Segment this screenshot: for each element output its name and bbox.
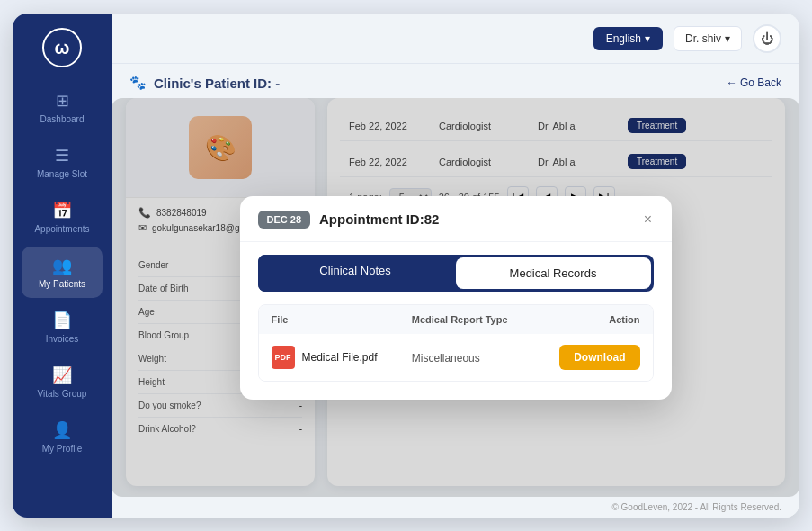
file-name: Medical File.pdf [302,351,378,364]
appointment-date-badge: DEC 28 [258,211,311,229]
chevron-down-icon: ▾ [645,32,650,45]
app-logo: ω [42,28,82,68]
modal-tabs: Clinical Notes Medical Records [258,255,654,292]
page-title-text: Clinic's Patient ID: - [154,76,280,91]
modal-header: DEC 28 Appointment ID:82 × [240,196,672,242]
sidebar-item-label: Vitals Group [38,389,87,399]
invoices-icon: 📄 [52,310,72,330]
type-column-header: Medical Report Type [412,314,543,325]
power-button[interactable]: ⏻ [753,24,781,53]
go-back-label: ← Go Back [727,76,781,89]
sidebar-item-my-patients[interactable]: 👥 My Patients [22,247,103,298]
vitals-icon: 📈 [52,365,72,385]
sidebar-item-label: My Patients [39,279,85,289]
sidebar-item-invoices[interactable]: 📄 Invoices [22,302,103,353]
tab-label: Medical Records [510,266,597,280]
sidebar-item-vitals-group[interactable]: 📈 Vitals Group [22,356,103,408]
user-menu-button[interactable]: Dr. shiv ▾ [674,26,742,51]
dashboard-icon: ⊞ [56,91,69,111]
appointment-modal: DEC 28 Appointment ID:82 × Clinical Note… [240,196,672,400]
page-header: 🐾 Clinic's Patient ID: - ← Go Back [112,64,799,98]
medical-records-table: File Medical Report Type Action PDF Medi… [258,304,654,382]
file-cell: PDF Medical File.pdf [272,346,403,369]
content-area: 🐾 Clinic's Patient ID: - ← Go Back 🎨 [112,64,799,497]
close-button[interactable]: × [638,209,659,230]
sidebar-item-label: Appointments [34,224,89,234]
user-label: Dr. shiv [685,32,721,45]
tab-label: Clinical Notes [319,264,390,277]
sidebar-item-label: My Profile [42,444,82,454]
go-back-button[interactable]: ← Go Back [727,76,781,89]
profile-icon: 👤 [52,420,72,440]
tab-clinical-notes[interactable]: Clinical Notes [258,255,453,292]
table-header: File Medical Report Type Action [259,305,653,334]
sidebar-item-label: Manage Slot [37,169,87,179]
main-area: English ▾ Dr. shiv ▾ ⏻ 🐾 Clinic's Patien… [112,14,799,518]
sidebar: ω ⊞ Dashboard ☰ Manage Slot 📅 Appointmen… [13,14,112,518]
table-row: PDF Medical File.pdf Miscellaneous Downl… [259,334,653,381]
patient-id-icon: 🐾 [129,75,147,91]
report-type-cell: Miscellaneous [412,349,543,365]
appointments-icon: 📅 [52,201,72,220]
footer-text: © GoodLeven, 2022 - All Rights Reserved. [611,502,781,512]
language-label: English [606,32,641,45]
sidebar-item-label: Dashboard [40,114,85,124]
body-area: 🎨 📞 8382848019 ✉ gokulgunasekar18@gmail.… [112,98,799,497]
my-patients-icon: 👥 [52,256,72,275]
download-button[interactable]: Download [559,345,639,370]
report-type: Miscellaneous [412,352,480,364]
chevron-down-icon: ▾ [725,32,730,45]
pdf-icon: PDF [272,346,295,369]
file-column-header: File [272,314,403,325]
action-column-header: Action [552,314,640,325]
sidebar-item-appointments[interactable]: 📅 Appointments [22,192,103,243]
modal-overlay: DEC 28 Appointment ID:82 × Clinical Note… [112,98,799,497]
app-shell: ω ⊞ Dashboard ☰ Manage Slot 📅 Appointmen… [13,14,799,518]
appointment-id-title: Appointment ID:82 [319,212,439,227]
sidebar-item-label: Invoices [46,334,79,344]
sidebar-item-manage-slot[interactable]: ☰ Manage Slot [22,137,103,188]
close-icon: × [644,212,652,228]
action-cell: Download [552,345,640,370]
footer: © GoodLeven, 2022 - All Rights Reserved. [112,497,799,518]
page-title: 🐾 Clinic's Patient ID: - [129,75,280,91]
power-icon: ⏻ [761,32,773,46]
sidebar-item-dashboard[interactable]: ⊞ Dashboard [22,82,103,133]
manage-slot-icon: ☰ [55,146,69,166]
tab-medical-records[interactable]: Medical Records [456,257,651,289]
topbar: English ▾ Dr. shiv ▾ ⏻ [112,14,799,64]
language-button[interactable]: English ▾ [593,27,663,50]
sidebar-item-my-profile[interactable]: 👤 My Profile [22,411,103,463]
